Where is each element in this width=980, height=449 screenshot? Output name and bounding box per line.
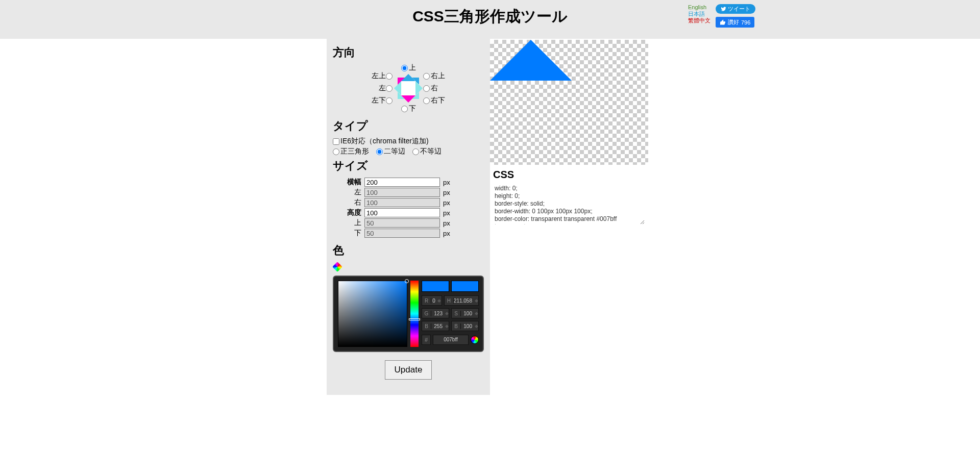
radio-left[interactable]	[386, 85, 393, 92]
hex-label: #	[422, 335, 431, 345]
sv-picker[interactable]	[338, 281, 407, 347]
r-field[interactable]: R0◆	[422, 295, 442, 306]
left-label: 左	[334, 188, 362, 197]
width-label: 横幅	[334, 178, 362, 187]
b-field[interactable]: B255◆	[422, 321, 449, 331]
update-button[interactable]: Update	[385, 360, 432, 380]
radio-equilateral[interactable]	[333, 148, 339, 155]
section-color: 色	[333, 243, 484, 258]
social-buttons: ツイート 讚好 796	[716, 4, 755, 28]
radio-bottom-left[interactable]	[386, 97, 393, 104]
dir-bottom-right[interactable]: 右下	[423, 96, 445, 105]
checkbox-ie6[interactable]	[333, 138, 339, 145]
controls-panel: 方向 上 左上 左 左下 右上 右 右下	[327, 39, 490, 395]
radio-bottom-right[interactable]	[423, 97, 430, 104]
dir-bottom[interactable]: 下	[401, 104, 416, 113]
dir-top-right[interactable]: 右上	[423, 71, 445, 81]
lang-switcher: English 日本語 繁體中文	[688, 4, 710, 28]
lang-english[interactable]: English	[688, 4, 710, 11]
page-title: CSS三角形作成ツール	[412, 6, 568, 27]
hex-input[interactable]: 007bff	[433, 335, 469, 345]
radio-right[interactable]	[423, 85, 430, 92]
triangle-shape	[490, 40, 572, 81]
dir-right[interactable]: 右	[423, 84, 438, 93]
radio-scalene[interactable]	[412, 148, 419, 155]
top-label: 上	[334, 218, 362, 228]
swatch-current	[451, 281, 479, 292]
triangle-preview	[490, 40, 648, 165]
color-picker: R0◆ H211.058◆ G123◆ S100◆ B255◆ B100◆ # …	[333, 276, 484, 352]
dir-top-left[interactable]: 左上	[372, 71, 394, 81]
direction-picker: 上 左上 左 左下 右上 右 右下	[333, 63, 484, 113]
dir-bottom-left[interactable]: 左下	[372, 96, 394, 105]
header: CSS三角形作成ツール English 日本語 繁體中文 ツイート 讚好 796	[0, 0, 980, 39]
radio-top-left[interactable]	[386, 73, 393, 80]
radio-top[interactable]	[401, 65, 408, 71]
twitter-icon	[721, 6, 726, 12]
dir-left[interactable]: 左	[379, 84, 394, 93]
g-field[interactable]: G123◆	[422, 308, 449, 318]
fb-like-label: 讚好	[728, 18, 739, 26]
thumbs-up-icon	[720, 19, 726, 26]
type-isosceles[interactable]: 二等辺	[376, 147, 405, 155]
hue-cursor[interactable]	[409, 318, 420, 320]
css-heading: CSS	[493, 169, 653, 181]
bottom-input	[364, 229, 440, 238]
tweet-button[interactable]: ツイート	[716, 4, 755, 14]
fb-like-button[interactable]: 讚好 796	[716, 17, 754, 28]
s-field[interactable]: S100◆	[451, 308, 479, 318]
size-table: 横幅px 左px 右px 高度px 上px 下px	[333, 177, 452, 239]
tweet-label: ツイート	[728, 5, 750, 13]
hue-slider[interactable]	[410, 281, 419, 347]
b2-field[interactable]: B100◆	[451, 321, 479, 331]
type-equilateral[interactable]: 正三角形	[333, 147, 369, 155]
css-output[interactable]: width: 0; height: 0; border-style: solid…	[492, 184, 645, 224]
lang-japanese[interactable]: 日本語	[688, 11, 710, 17]
height-input[interactable]	[364, 208, 440, 217]
swatch-new	[422, 281, 449, 292]
section-size: サイズ	[333, 158, 484, 173]
type-scalene[interactable]: 不等辺	[412, 147, 442, 155]
right-label: 右	[334, 198, 362, 207]
direction-diagram	[395, 74, 422, 102]
bottom-label: 下	[334, 229, 362, 238]
top-input	[364, 218, 440, 228]
ie6-checkbox[interactable]: IE6対応（chroma filter追加)	[333, 137, 429, 145]
preview-panel: CSS width: 0; height: 0; border-style: s…	[490, 39, 653, 224]
h-field[interactable]: H211.058◆	[444, 295, 479, 306]
sv-cursor[interactable]	[405, 279, 409, 283]
radio-isosceles[interactable]	[376, 148, 383, 155]
color-wheel-icon[interactable]	[332, 262, 342, 272]
radio-top-right[interactable]	[423, 73, 430, 80]
left-input	[364, 188, 440, 197]
main: 方向 上 左上 左 左下 右上 右 右下	[0, 39, 980, 395]
height-label: 高度	[334, 208, 362, 217]
width-input[interactable]	[364, 178, 440, 187]
section-type: タイプ	[333, 118, 484, 134]
fb-like-count: 796	[741, 19, 750, 26]
section-direction: 方向	[333, 45, 484, 60]
lang-chinese[interactable]: 繁體中文	[688, 17, 710, 24]
right-input	[364, 198, 440, 207]
header-right: English 日本語 繁體中文 ツイート 讚好 796	[688, 4, 755, 28]
color-mode-icon[interactable]	[471, 336, 479, 344]
radio-bottom[interactable]	[401, 106, 408, 112]
